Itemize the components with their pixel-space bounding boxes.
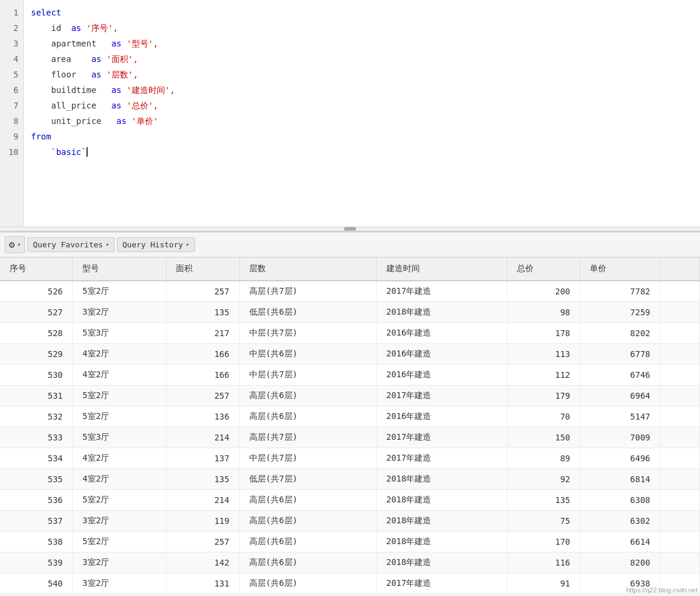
table-row[interactable]: 5354室2厅135低层(共7层)2018年建造926814 <box>0 469 700 490</box>
table-cell-empty <box>660 469 699 490</box>
table-cell-8-5: 89 <box>507 448 580 469</box>
token-field: floor <box>31 70 76 79</box>
table-cell-14-3: 高层(共6层) <box>239 573 376 594</box>
table-cell-7-3: 高层(共7层) <box>239 427 376 448</box>
table-cell-14-5: 91 <box>507 573 580 594</box>
table-cell-10-6: 6308 <box>580 490 660 511</box>
table-row[interactable]: 5325室2厅136高层(共6层)2016年建造705147 <box>0 406 700 427</box>
token-alias-kw: as <box>76 70 101 79</box>
table-cell-empty <box>660 344 699 365</box>
table-row[interactable]: 5385室2厅257高层(共6层)2018年建造1706614 <box>0 532 700 552</box>
table-cell-9-3: 低层(共7层) <box>239 469 376 490</box>
table-cell-empty <box>660 323 699 344</box>
table-cell-4-4: 2016年建造 <box>376 365 507 386</box>
col-header-5: 总价 <box>507 257 580 281</box>
table-cell-0-5: 200 <box>507 281 580 302</box>
token-field: id <box>31 23 61 33</box>
token-str: '序号', <box>81 23 118 33</box>
table-cell-3-4: 2016年建造 <box>376 344 507 365</box>
table-cell-12-4: 2018年建造 <box>376 532 507 552</box>
line-numbers: 12345678910 <box>0 0 24 226</box>
table-row[interactable]: 5273室2厅135低层(共6层)2018年建造987259 <box>0 302 700 323</box>
table-cell-14-1: 3室2厅 <box>73 573 166 594</box>
table-cell-13-5: 116 <box>507 552 580 573</box>
line-number-10: 10 <box>0 144 23 160</box>
table-row[interactable]: 5304室2厅166中层(共7层)2016年建造1126746 <box>0 365 700 386</box>
code-line-9: from <box>31 129 693 144</box>
gear-dropdown-arrow: ▾ <box>17 241 21 249</box>
table-row[interactable]: 5265室2厅257高层(共7层)2017年建造2007782 <box>0 281 700 302</box>
table-cell-5-1: 5室2厅 <box>73 386 166 406</box>
table-cell-0-1: 5室2厅 <box>73 281 166 302</box>
token-alias-kw: as <box>101 116 126 126</box>
gear-button[interactable]: ⚙ ▾ <box>5 236 25 253</box>
table-body: 5265室2厅257高层(共7层)2017年建造20077825273室2厅13… <box>0 281 700 594</box>
table-cell-12-2: 257 <box>166 532 239 552</box>
token-field: all_price <box>31 101 97 110</box>
code-line-3: apartment as '型号', <box>31 36 693 51</box>
table-cell-2-5: 178 <box>507 323 580 344</box>
code-line-1: select <box>31 5 693 20</box>
col-header-0: 序号 <box>0 257 73 281</box>
code-line-5: floor as '层数', <box>31 67 693 82</box>
query-history-button[interactable]: Query History ▾ <box>117 237 194 252</box>
table-row[interactable]: 5365室2厅214高层(共6层)2018年建造1356308 <box>0 490 700 511</box>
table-cell-empty <box>660 302 699 323</box>
table-row[interactable]: 5315室2厅257高层(共6层)2017年建造1796964 <box>0 386 700 406</box>
table-cell-11-4: 2018年建造 <box>376 511 507 532</box>
table-row[interactable]: 5285室3厅217中层(共7层)2016年建造1788202 <box>0 323 700 344</box>
table-cell-5-4: 2017年建造 <box>376 386 507 406</box>
table-cell-10-3: 高层(共6层) <box>239 490 376 511</box>
table-cell-3-1: 4室2厅 <box>73 344 166 365</box>
table-cell-10-5: 135 <box>507 490 580 511</box>
code-editor[interactable]: 12345678910 select id as '序号', apartment… <box>0 0 700 226</box>
table-cell-2-3: 中层(共7层) <box>239 323 376 344</box>
table-cell-14-0: 540 <box>0 573 73 594</box>
code-line-4: area as '面积', <box>31 51 693 67</box>
table-cell-13-1: 3室2厅 <box>73 552 166 573</box>
table-row[interactable]: 5373室2厅119高层(共6层)2018年建造756302 <box>0 511 700 532</box>
line-number-9: 9 <box>0 129 23 144</box>
col-header-1: 型号 <box>73 257 166 281</box>
results-table: 序号型号面积层数建造时间总价单价 5265室2厅257高层(共7层)2017年建… <box>0 257 700 594</box>
table-row[interactable]: 5335室3厅214高层(共7层)2017年建造1507009 <box>0 427 700 448</box>
token-alias-kw: as <box>97 101 122 110</box>
token-field: unit_price <box>31 116 101 126</box>
token-alias-kw: as <box>97 39 122 48</box>
table-cell-5-6: 6964 <box>580 386 660 406</box>
token-str: '层数', <box>101 70 138 79</box>
table-row[interactable]: 5403室2厅131高层(共6层)2017年建造916938 <box>0 573 700 594</box>
line-number-5: 5 <box>0 67 23 82</box>
table-row[interactable]: 5393室2厅142高层(共6层)2018年建造1168200 <box>0 552 700 573</box>
table-cell-6-4: 2016年建造 <box>376 406 507 427</box>
line-number-1: 1 <box>0 5 23 20</box>
table-cell-4-6: 6746 <box>580 365 660 386</box>
table-cell-7-4: 2017年建造 <box>376 427 507 448</box>
query-favorites-label: Query Favorites <box>33 240 103 249</box>
code-line-8: unit_price as '单价' <box>31 113 693 129</box>
table-cell-9-0: 535 <box>0 469 73 490</box>
token-table: `basic` <box>51 147 86 157</box>
sql-editor-area: 12345678910 select id as '序号', apartment… <box>0 0 700 232</box>
table-row[interactable]: 5294室2厅166中层(共6层)2016年建造1136778 <box>0 344 700 365</box>
table-cell-0-2: 257 <box>166 281 239 302</box>
table-cell-8-6: 6496 <box>580 448 660 469</box>
table-cell-4-2: 166 <box>166 365 239 386</box>
code-content[interactable]: select id as '序号', apartment as '型号', ar… <box>24 0 700 226</box>
table-cell-9-2: 135 <box>166 469 239 490</box>
table-cell-empty <box>660 448 699 469</box>
table-cell-8-3: 中层(共7层) <box>239 448 376 469</box>
table-cell-11-5: 75 <box>507 511 580 532</box>
table-cell-6-3: 高层(共6层) <box>239 406 376 427</box>
table-cell-1-4: 2018年建造 <box>376 302 507 323</box>
table-row[interactable]: 5344室2厅137中层(共7层)2017年建造896496 <box>0 448 700 469</box>
watermark: https://q22.blog.csdn.net <box>626 586 698 594</box>
query-favorites-button[interactable]: Query Favorites ▾ <box>27 237 114 252</box>
table-cell-11-3: 高层(共6层) <box>239 511 376 532</box>
table-cell-empty <box>660 365 699 386</box>
line-number-6: 6 <box>0 82 23 98</box>
table-cell-1-1: 3室2厅 <box>73 302 166 323</box>
token-str: '单价' <box>126 116 158 126</box>
table-cell-13-0: 539 <box>0 552 73 573</box>
table-cell-empty <box>660 532 699 552</box>
